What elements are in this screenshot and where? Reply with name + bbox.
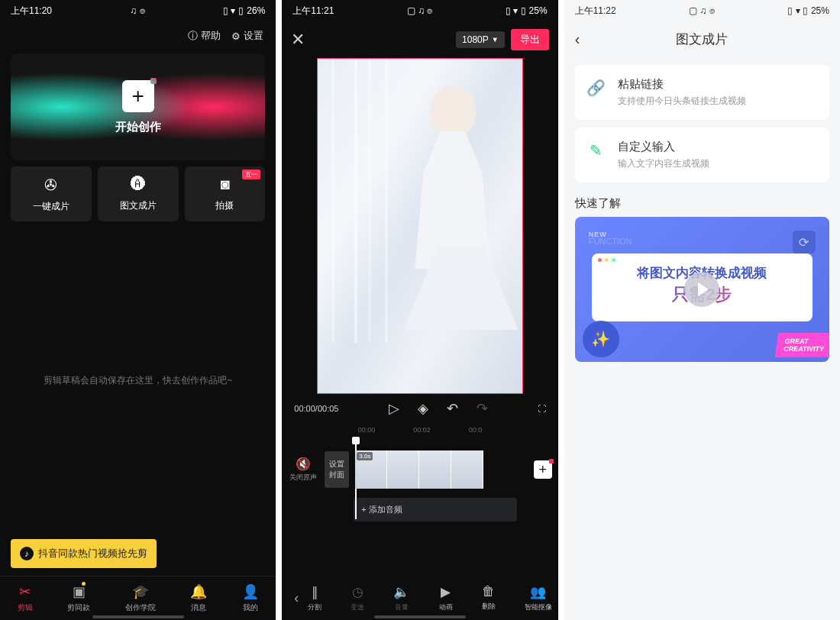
top-actions: ⓘ 帮助 ⚙ 设置 [0, 21, 276, 47]
create-label: 开始创作 [115, 120, 161, 134]
nav-academy[interactable]: 🎓创作学院 [125, 583, 156, 613]
status-time: 上午11:22 [575, 5, 616, 18]
playback-bar: 00:00/00:05 ▷ ◈ ↶ ↷ ⛶ [282, 394, 557, 423]
graduation-icon: 🎓 [132, 583, 149, 600]
home-indicator [92, 615, 184, 618]
signal-icon: ▯ ▾ [223, 5, 235, 16]
person-icon: 👤 [242, 583, 259, 600]
empty-hint: 剪辑草稿会自动保存在这里，快去创作作品吧~ [0, 374, 276, 387]
refresh-icon: ⟳ [793, 231, 816, 253]
battery-icon: ▯ [238, 5, 244, 16]
bell-icon: 🔔 [190, 583, 207, 600]
timeline-ruler: 00:00 00:02 00:0 [282, 423, 557, 437]
home-screen: 上午11:20 ♫ ⌾ ▯ ▾ ▯ 26% ⓘ 帮助 ⚙ 设置 + 开始创作 ✇… [0, 0, 276, 620]
status-bar: 上午11:21 ▢ ♫ ⌾ ▯ ▾ ▯ 25% [282, 0, 557, 21]
resolution-selector[interactable]: 1080P ▼ [456, 31, 505, 48]
close-button[interactable]: ✕ [291, 30, 305, 50]
cutout-icon: 👥 [530, 584, 546, 600]
timeline-track[interactable]: 🔇 关闭原声 设置 封面 3.0s + [282, 437, 557, 495]
battery-text: 26% [247, 5, 265, 16]
page-header: ‹ 图文成片 [564, 21, 840, 57]
cover-button[interactable]: 设置 封面 [325, 451, 349, 488]
export-button[interactable]: 导出 [511, 29, 549, 50]
create-hero[interactable]: + 开始创作 [11, 53, 265, 160]
status-bar: 上午11:20 ♫ ⌾ ▯ ▾ ▯ 26% [0, 0, 276, 21]
play-button[interactable]: ▷ [389, 400, 399, 417]
edit-icon: ✎ [586, 140, 607, 161]
sparkle-coin-icon [583, 321, 619, 357]
status-time: 上午11:21 [292, 5, 334, 18]
help-button[interactable]: ⓘ 帮助 [188, 29, 221, 43]
promo-footer: GREAT CREATIVITY [775, 333, 829, 357]
editor-topbar: ✕ 1080P ▼ 导出 [282, 21, 557, 58]
tile-oneclick[interactable]: ✇ 一键成片 [11, 166, 92, 221]
editor-screen: 上午11:21 ▢ ♫ ⌾ ▯ ▾ ▯ 25% ✕ 1080P ▼ 导出 00:… [282, 0, 557, 620]
settings-button[interactable]: ⚙ 设置 [231, 29, 263, 43]
notch-icon: ♫ ⌾ [130, 5, 144, 16]
time-display: 00:00/00:05 [294, 404, 338, 413]
tool-volume[interactable]: 🔈音量 [393, 584, 409, 612]
text-page-icon: 🅐 [131, 176, 146, 193]
toolbar-back-button[interactable]: ‹ [288, 590, 305, 606]
plus-icon: + [122, 80, 154, 112]
tool-split[interactable]: ‖分割 [308, 584, 321, 612]
clip-strip[interactable]: 3.0s [355, 450, 522, 489]
tool-cutout[interactable]: 👥智能抠像 [525, 584, 552, 612]
nav-edit[interactable]: ✂剪辑 [18, 583, 33, 613]
card-custom-input[interactable]: ✎ 自定义输入 输入文字内容生成视频 [575, 128, 829, 182]
link-icon: 🔗 [586, 77, 607, 98]
bottom-nav: ✂剪辑 ▣剪同款 🎓创作学院 🔔消息 👤我的 [0, 576, 276, 620]
tool-speed[interactable]: ◷变速 [351, 584, 364, 612]
split-icon: ‖ [312, 584, 318, 600]
play-icon [684, 272, 719, 307]
section-quick-learn: 快速了解 [575, 196, 829, 211]
home-indicator [374, 615, 466, 618]
douyin-toast[interactable]: ♪ 抖音同款热门视频抢先剪 [11, 539, 157, 568]
tile-text-to-video[interactable]: 🅐 图文成片 [98, 166, 179, 221]
redo-button[interactable]: ↷ [477, 400, 488, 417]
film-reel-icon: ✇ [44, 176, 57, 194]
page-title: 图文成片 [575, 31, 829, 48]
keyframe-button[interactable]: ◈ [418, 400, 428, 417]
help-icon: ⓘ [188, 29, 198, 43]
tool-animation[interactable]: ▶动画 [439, 584, 453, 612]
nav-messages[interactable]: 🔔消息 [190, 583, 207, 613]
fullscreen-button[interactable]: ⛶ [538, 404, 546, 413]
text-to-video-screen: 上午11:22 ▢ ♫ ⌾ ▯ ▾ ▯ 25% ‹ 图文成片 🔗 粘贴链接 支持… [564, 0, 840, 620]
tool-delete[interactable]: 🗑删除 [482, 584, 496, 612]
nav-templates[interactable]: ▣剪同款 [67, 583, 90, 613]
camera-icon: ◙ [220, 176, 229, 193]
edit-toolbar: ‹ ‖分割 ◷变速 🔈音量 ▶动画 🗑删除 👥智能抠像 [282, 584, 557, 612]
scissors-icon: ✂ [19, 583, 31, 600]
chevron-down-icon: ▼ [492, 36, 499, 44]
douyin-icon: ♪ [20, 547, 34, 560]
volume-icon: 🔈 [393, 584, 409, 600]
video-preview[interactable] [317, 58, 523, 394]
mute-toggle[interactable]: 🔇 关闭原声 [288, 457, 318, 483]
trash-icon: 🗑 [482, 584, 495, 599]
quick-tiles: ✇ 一键成片 🅐 图文成片 五一 ◙ 拍摄 [0, 166, 276, 221]
tile-camera[interactable]: 五一 ◙ 拍摄 [185, 166, 266, 221]
promo-banner[interactable]: NEW FUNCTION ⟳ 将图文内容转换成视频 只需2步 GREAT CRE… [575, 217, 829, 362]
template-icon: ▣ [73, 583, 86, 600]
status-bar: 上午11:22 ▢ ♫ ⌾ ▯ ▾ ▯ 25% [564, 0, 840, 21]
promo-badge: 五一 [242, 170, 260, 179]
card-paste-link[interactable]: 🔗 粘贴链接 支持使用今日头条链接生成视频 [575, 65, 829, 120]
speaker-icon: 🔇 [296, 457, 311, 471]
add-clip-button[interactable]: + [534, 460, 552, 479]
add-audio-button[interactable]: + 添加音频 [354, 498, 516, 522]
status-time: 上午11:20 [11, 5, 52, 18]
speed-icon: ◷ [352, 584, 363, 600]
gear-icon: ⚙ [231, 31, 241, 42]
animation-icon: ▶ [441, 584, 451, 600]
undo-button[interactable]: ↶ [447, 400, 458, 417]
nav-profile[interactable]: 👤我的 [242, 583, 259, 613]
